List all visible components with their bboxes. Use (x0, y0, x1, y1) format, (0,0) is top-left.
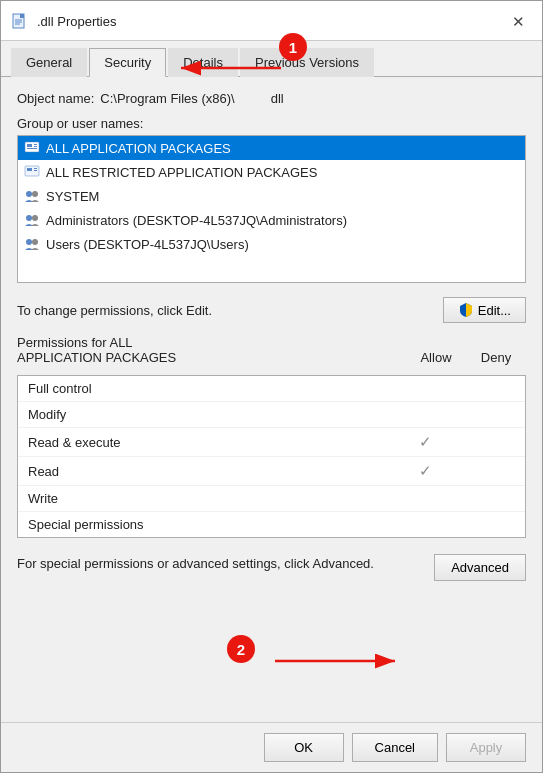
svg-point-18 (26, 239, 32, 245)
cancel-button[interactable]: Cancel (352, 733, 438, 762)
user-name-2: ALL RESTRICTED APPLICATION PACKAGES (46, 165, 317, 180)
user-item-3[interactable]: SYSTEM (18, 184, 525, 208)
perm-row-special: Special permissions (18, 512, 525, 537)
perm-special-name: Special permissions (28, 517, 395, 532)
permissions-deny-header: Deny (466, 350, 526, 365)
edit-button[interactable]: Edit... (443, 297, 526, 323)
svg-point-19 (32, 239, 38, 245)
tab-general[interactable]: General (11, 48, 87, 77)
close-button[interactable]: ✕ (504, 8, 532, 36)
change-permissions-row: To change permissions, click Edit. Edit.… (17, 297, 526, 323)
group-label: Group or user names: (17, 116, 526, 131)
change-text: To change permissions, click Edit. (17, 303, 212, 318)
user-name-5: Users (DESKTOP-4L537JQ\Users) (46, 237, 249, 252)
svg-point-15 (32, 191, 38, 197)
apply-button[interactable]: Apply (446, 733, 526, 762)
title-bar: .dll Properties ✕ (1, 1, 542, 41)
permissions-allow-header: Allow (406, 350, 466, 365)
svg-rect-12 (34, 168, 37, 169)
user-icon-1 (24, 140, 40, 156)
file-icon (11, 13, 29, 31)
perm-read-allow: ✓ (395, 462, 455, 480)
perm-row-fullcontrol: Full control (18, 376, 525, 402)
dialog-title: .dll Properties (37, 14, 116, 29)
object-name-row: Object name: C:\Program Files (x86)\ dll (17, 91, 526, 106)
svg-rect-6 (27, 144, 32, 147)
advanced-section: For special permissions or advanced sett… (17, 554, 526, 581)
ok-button[interactable]: OK (264, 733, 344, 762)
perm-row-readexecute: Read & execute ✓ (18, 428, 525, 457)
svg-point-16 (26, 215, 32, 221)
svg-point-14 (26, 191, 32, 197)
user-name-3: SYSTEM (46, 189, 99, 204)
user-item-4[interactable]: Administrators (DESKTOP-4L537JQ\Administ… (18, 208, 525, 232)
user-icon-2 (24, 164, 40, 180)
perm-row-read: Read ✓ (18, 457, 525, 486)
group-section: Group or user names: ALL APPLICATION PAC… (17, 116, 526, 283)
permissions-header: Permissions for ALL APPLICATION PACKAGES… (17, 335, 526, 365)
user-icon-5 (24, 236, 40, 252)
permissions-table: Full control Modify Read & execute ✓ Rea… (17, 375, 526, 538)
user-icon-4 (24, 212, 40, 228)
shield-uac-icon (458, 302, 474, 318)
svg-point-17 (32, 215, 38, 221)
perm-row-write: Write (18, 486, 525, 512)
title-bar-left: .dll Properties (11, 13, 116, 31)
svg-rect-9 (27, 148, 37, 149)
permissions-title: Permissions for ALL APPLICATION PACKAGES (17, 335, 406, 365)
user-icon-3 (24, 188, 40, 204)
user-item-5[interactable]: Users (DESKTOP-4L537JQ\Users) (18, 232, 525, 256)
user-item-1[interactable]: ALL APPLICATION PACKAGES (18, 136, 525, 160)
object-name-label: Object name: (17, 91, 94, 106)
perm-write-name: Write (28, 491, 395, 506)
bottom-buttons: OK Cancel Apply (1, 722, 542, 772)
svg-rect-13 (34, 170, 37, 171)
edit-button-label: Edit... (478, 303, 511, 318)
perm-modify-name: Modify (28, 407, 395, 422)
perm-read-name: Read (28, 464, 395, 479)
perm-row-modify: Modify (18, 402, 525, 428)
object-name-ext: dll (271, 91, 284, 106)
tab-details[interactable]: Details (168, 48, 238, 77)
tab-content: Object name: C:\Program Files (x86)\ dll… (1, 77, 542, 722)
svg-rect-11 (27, 168, 32, 171)
perm-readexecute-name: Read & execute (28, 435, 395, 450)
user-list: ALL APPLICATION PACKAGES ALL RESTRICTED … (17, 135, 526, 283)
user-name-4: Administrators (DESKTOP-4L537JQ\Administ… (46, 213, 347, 228)
perm-fullcontrol-name: Full control (28, 381, 395, 396)
tab-previous-versions[interactable]: Previous Versions (240, 48, 374, 77)
object-name-path: C:\Program Files (x86)\ (100, 91, 234, 106)
user-name-1: ALL APPLICATION PACKAGES (46, 141, 231, 156)
advanced-button[interactable]: Advanced (434, 554, 526, 581)
perm-readexecute-allow: ✓ (395, 433, 455, 451)
dialog-window: .dll Properties ✕ General Security Detai… (0, 0, 543, 773)
svg-rect-8 (34, 146, 37, 147)
advanced-text: For special permissions or advanced sett… (17, 554, 424, 574)
svg-rect-1 (20, 14, 24, 18)
tab-security[interactable]: Security (89, 48, 166, 77)
svg-rect-7 (34, 144, 37, 145)
user-item-2[interactable]: ALL RESTRICTED APPLICATION PACKAGES (18, 160, 525, 184)
tabs-bar: General Security Details Previous Versio… (1, 41, 542, 77)
